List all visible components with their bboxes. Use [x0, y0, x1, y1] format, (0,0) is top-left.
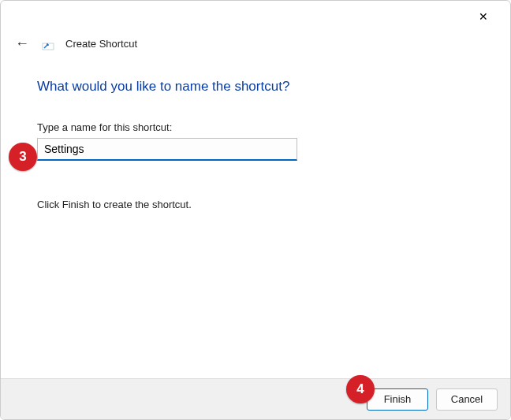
annotation-step-3: 3: [9, 143, 37, 171]
page-heading: What would you like to name the shortcut…: [37, 79, 474, 95]
helper-text: Click Finish to create the shortcut.: [37, 199, 474, 210]
shortcut-name-input-wrap: [37, 138, 297, 161]
back-button[interactable]: ←: [13, 35, 31, 52]
annotation-step-4: 4: [346, 375, 375, 403]
header: ← Create Shortcut: [1, 32, 510, 55]
content: What would you like to name the shortcut…: [1, 55, 510, 210]
titlebar: ✕: [1, 1, 510, 32]
shortcut-name-input[interactable]: [38, 139, 297, 159]
finish-button[interactable]: Finish: [367, 388, 428, 411]
back-arrow-icon: ←: [15, 35, 29, 51]
close-icon: ✕: [479, 10, 488, 23]
shortcut-arrow-icon: [42, 38, 54, 50]
wizard-title: Create Shortcut: [65, 38, 137, 50]
cancel-button[interactable]: Cancel: [436, 388, 498, 411]
close-button[interactable]: ✕: [468, 6, 499, 28]
footer: Finish Cancel: [1, 378, 510, 419]
shortcut-name-label: Type a name for this shortcut:: [37, 121, 474, 133]
